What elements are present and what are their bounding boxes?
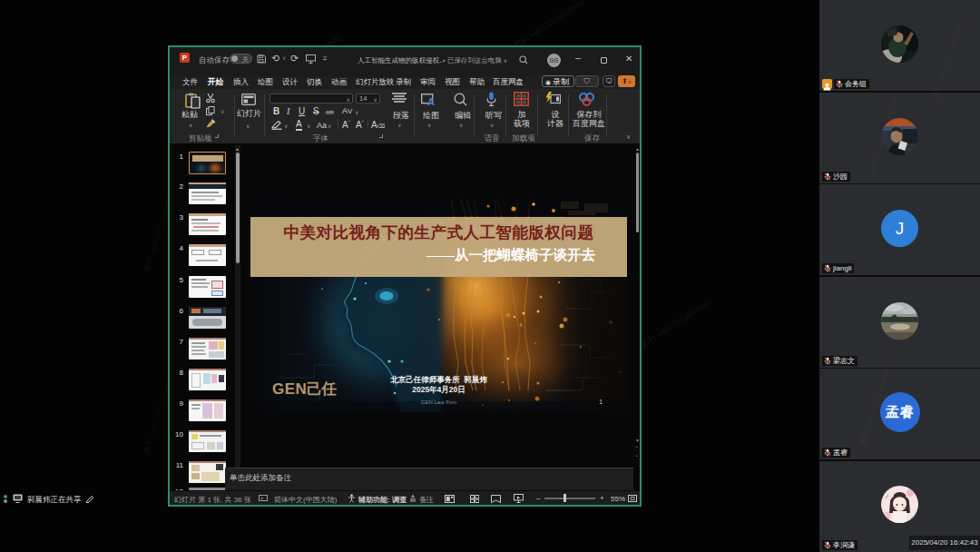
svg-text:A: A bbox=[427, 96, 435, 106]
